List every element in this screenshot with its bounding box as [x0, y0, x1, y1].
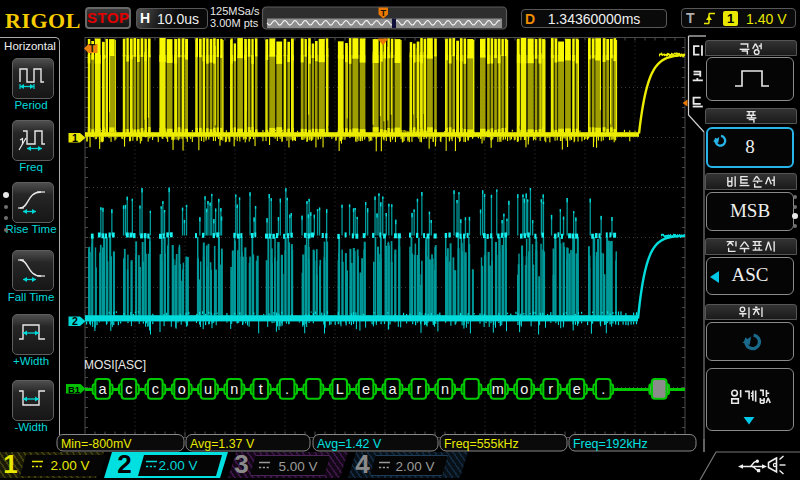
svg-text:.: .	[285, 381, 289, 397]
svg-text:L: L	[336, 381, 344, 397]
svg-text:T: T	[380, 8, 386, 18]
svg-text:1: 1	[72, 132, 78, 144]
svg-text:MOSI[ASC]: MOSI[ASC]	[84, 358, 146, 372]
svg-text:o: o	[178, 381, 186, 397]
svg-text:r: r	[416, 381, 421, 397]
svg-text:t: t	[259, 381, 263, 397]
svg-text:o: o	[520, 381, 528, 397]
svg-text:m: m	[492, 381, 504, 397]
svg-text:.: .	[601, 381, 605, 397]
svg-text:n: n	[441, 381, 449, 397]
svg-text:Freq=555kHz: Freq=555kHz	[444, 437, 519, 451]
svg-text:c: c	[152, 381, 159, 397]
svg-text:u: u	[204, 381, 212, 397]
svg-text:n: n	[230, 381, 238, 397]
svg-text:e: e	[362, 381, 370, 397]
svg-text:Freq=192kHz: Freq=192kHz	[573, 437, 648, 451]
svg-text:T: T	[89, 43, 95, 54]
svg-text:c: c	[125, 381, 132, 397]
svg-text:2: 2	[72, 315, 78, 327]
svg-text:a: a	[388, 381, 397, 397]
svg-text:e: e	[573, 381, 581, 397]
svg-text:a: a	[99, 381, 108, 397]
svg-text:B1: B1	[68, 384, 81, 395]
svg-text:r: r	[548, 381, 553, 397]
svg-text:Avg=1.42 V: Avg=1.42 V	[317, 437, 382, 451]
